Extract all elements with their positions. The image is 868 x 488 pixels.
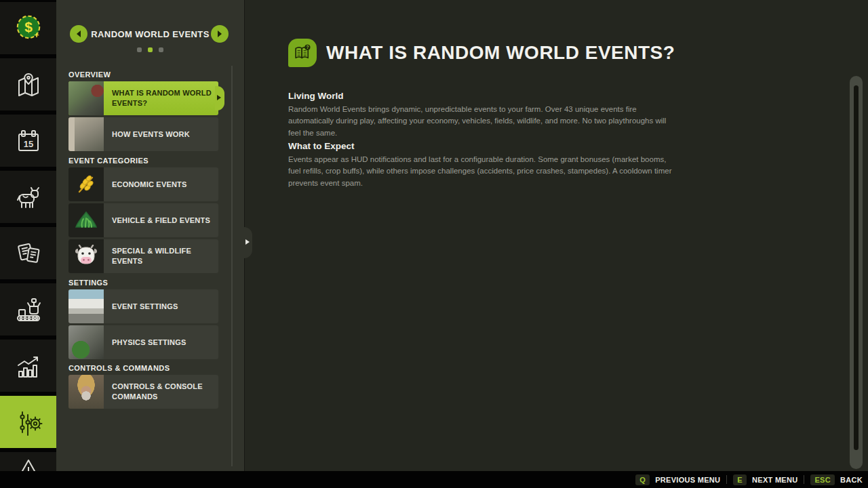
topic-special-wildlife-events[interactable]: SPECIAL & WILDLIFE EVENTS bbox=[68, 239, 218, 273]
rail-item-calendar[interactable]: 15 bbox=[0, 115, 56, 167]
production-icon bbox=[14, 295, 43, 325]
section-title-event-categories: EVENT CATEGORIES bbox=[68, 157, 149, 165]
help-topics-panel: RANDOM WORLD EVENTS OVERVIEW WHAT IS RAN… bbox=[56, 0, 244, 471]
pager-dots bbox=[56, 47, 244, 52]
footer-divider bbox=[726, 475, 727, 484]
money-icon: $ + bbox=[13, 13, 44, 44]
shortcut-label: PREVIOUS MENU bbox=[655, 476, 720, 484]
rail-item-animals[interactable] bbox=[0, 171, 56, 223]
chevron-right-icon bbox=[218, 30, 222, 37]
section-title-controls-commands: CONTROLS & COMMANDS bbox=[68, 364, 170, 372]
page-icon: ? bbox=[288, 39, 317, 67]
svg-text:?: ? bbox=[306, 45, 309, 49]
wheat-icon bbox=[75, 173, 98, 196]
topic-thumbnail bbox=[68, 239, 104, 273]
chevron-left-icon bbox=[77, 30, 81, 37]
pager-dot-active bbox=[148, 47, 153, 52]
previous-category-button[interactable] bbox=[70, 25, 87, 43]
topic-label: ECONOMIC EVENTS bbox=[104, 180, 193, 190]
rail-item-finances[interactable]: $ + bbox=[0, 2, 56, 54]
topic-event-settings[interactable]: EVENT SETTINGS bbox=[68, 289, 218, 323]
selected-arrow-icon bbox=[217, 95, 221, 100]
cow-face-icon bbox=[74, 245, 98, 268]
rail-item-map[interactable] bbox=[0, 58, 56, 110]
section-heading-living-world: Living World bbox=[288, 91, 344, 101]
topic-label: WHAT IS RANDOM WORLD EVENTS? bbox=[104, 88, 218, 108]
rail-item-statistics[interactable] bbox=[0, 340, 56, 392]
panel-scrollbar[interactable] bbox=[231, 66, 233, 466]
content-scrollbar-thumb[interactable] bbox=[854, 85, 859, 450]
shortcut-next-menu[interactable]: E NEXT MENU bbox=[733, 474, 797, 485]
grass-mound-icon bbox=[74, 209, 98, 232]
topic-thumbnail bbox=[68, 375, 104, 409]
topic-thumbnail bbox=[68, 325, 104, 359]
section-body-living-world: Random World Events brings dynamic, unpr… bbox=[288, 104, 673, 139]
topic-thumbnail bbox=[68, 289, 104, 323]
rail-item-production[interactable] bbox=[0, 283, 56, 336]
left-rail: $ + 15 bbox=[0, 0, 56, 471]
topic-what-is-random-world-events[interactable]: WHAT IS RANDOM WORLD EVENTS? bbox=[68, 81, 218, 115]
topic-thumbnail bbox=[68, 203, 104, 237]
topic-physics-settings[interactable]: PHYSICS SETTINGS bbox=[68, 325, 218, 359]
svg-text:+: + bbox=[34, 30, 39, 39]
rail-item-settings[interactable] bbox=[0, 396, 56, 448]
shortcut-label: NEXT MENU bbox=[752, 476, 797, 484]
panel-title: RANDOM WORLD EVENTS bbox=[87, 29, 213, 39]
cow-icon bbox=[14, 182, 43, 212]
settings-gear-icon bbox=[14, 407, 43, 437]
section-heading-what-to-expect: What to Expect bbox=[288, 141, 355, 151]
topic-vehicle-field-events[interactable]: VEHICLE & FIELD EVENTS bbox=[68, 203, 218, 237]
topic-controls-console-commands[interactable]: CONTROLS & CONSOLE COMMANDS bbox=[68, 375, 218, 409]
pager-dot bbox=[137, 47, 142, 52]
contracts-icon bbox=[14, 239, 43, 268]
key-q: Q bbox=[635, 474, 650, 485]
warning-icon bbox=[14, 456, 43, 471]
topic-thumbnail bbox=[68, 167, 104, 201]
section-title-overview: OVERVIEW bbox=[68, 70, 111, 79]
footer-bar: Q PREVIOUS MENU E NEXT MENU ESC BACK bbox=[0, 471, 868, 488]
topic-label: HOW EVENTS WORK bbox=[104, 129, 195, 140]
svg-text:$: $ bbox=[24, 19, 33, 35]
footer-divider bbox=[804, 475, 804, 484]
shortcut-previous-menu[interactable]: Q PREVIOUS MENU bbox=[635, 474, 720, 485]
page-title: WHAT IS RANDOM WORLD EVENTS? bbox=[326, 42, 675, 64]
shortcut-label: BACK bbox=[840, 476, 863, 484]
section-title-settings: SETTINGS bbox=[68, 279, 108, 287]
rail-item-warnings[interactable] bbox=[0, 452, 56, 471]
topic-label: EVENT SETTINGS bbox=[104, 302, 184, 312]
rail-item-contracts[interactable] bbox=[0, 227, 56, 279]
topic-thumbnail bbox=[68, 81, 104, 115]
topic-how-events-work[interactable]: HOW EVENTS WORK bbox=[68, 117, 218, 151]
next-category-button[interactable] bbox=[211, 25, 229, 43]
map-icon bbox=[14, 70, 43, 100]
topic-label: CONTROLS & CONSOLE COMMANDS bbox=[104, 382, 218, 402]
shortcut-back[interactable]: ESC BACK bbox=[810, 474, 863, 485]
topic-label: PHYSICS SETTINGS bbox=[104, 338, 192, 348]
topic-label: SPECIAL & WILDLIFE EVENTS bbox=[104, 246, 218, 266]
pager-dot bbox=[159, 47, 163, 52]
key-esc: ESC bbox=[810, 474, 835, 485]
topic-label: VEHICLE & FIELD EVENTS bbox=[104, 216, 216, 226]
topic-thumbnail bbox=[68, 117, 104, 151]
key-e: E bbox=[733, 474, 747, 485]
help-menu-screen: $ + 15 bbox=[0, 0, 868, 488]
svg-text:15: 15 bbox=[23, 139, 33, 149]
section-body-what-to-expect: Events appear as HUD notifications and l… bbox=[288, 154, 673, 189]
help-content: ? WHAT IS RANDOM WORLD EVENTS? Living Wo… bbox=[244, 0, 868, 471]
calendar-icon: 15 bbox=[14, 126, 43, 156]
open-book-question-icon: ? bbox=[293, 43, 312, 62]
topic-economic-events[interactable]: ECONOMIC EVENTS bbox=[68, 167, 218, 201]
statistics-icon bbox=[14, 351, 43, 381]
